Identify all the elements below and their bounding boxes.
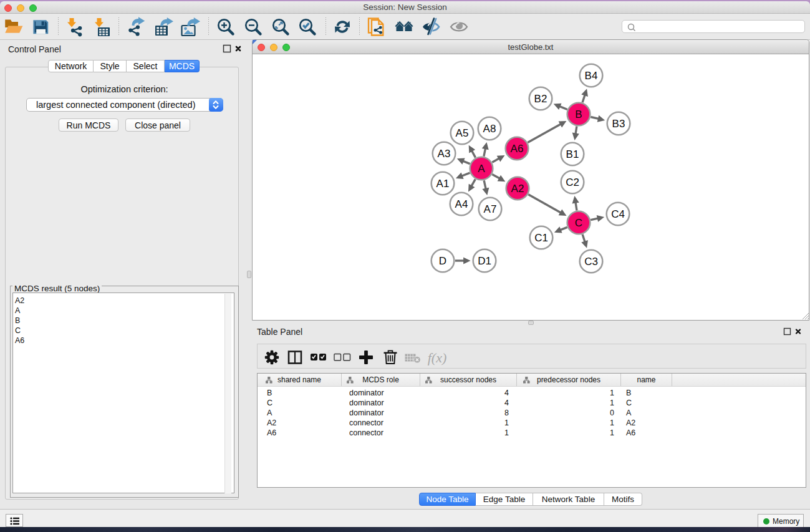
svg-text:C3: C3 [584,256,598,268]
svg-text:A5: A5 [456,127,469,139]
svg-text:A7: A7 [484,203,497,215]
svg-text:A3: A3 [438,148,451,160]
svg-text:A: A [478,163,485,175]
svg-text:B2: B2 [534,93,547,105]
svg-text:D1: D1 [478,255,491,267]
svg-text:f(x): f(x) [428,350,447,365]
svg-text:C2: C2 [566,177,579,188]
svg-text:B4: B4 [585,70,598,82]
svg-text:D: D [439,255,446,267]
svg-text:A8: A8 [483,123,496,135]
svg-text:B3: B3 [612,118,625,130]
svg-text:C: C [575,217,582,229]
svg-text:A1: A1 [436,178,450,190]
svg-text:C4: C4 [611,208,625,220]
svg-text:B: B [575,109,582,120]
svg-text:A4: A4 [455,198,468,210]
svg-text:B1: B1 [566,148,579,160]
svg-text:A6: A6 [511,143,524,155]
svg-text:A2: A2 [511,183,524,195]
svg-text:C1: C1 [534,232,548,244]
